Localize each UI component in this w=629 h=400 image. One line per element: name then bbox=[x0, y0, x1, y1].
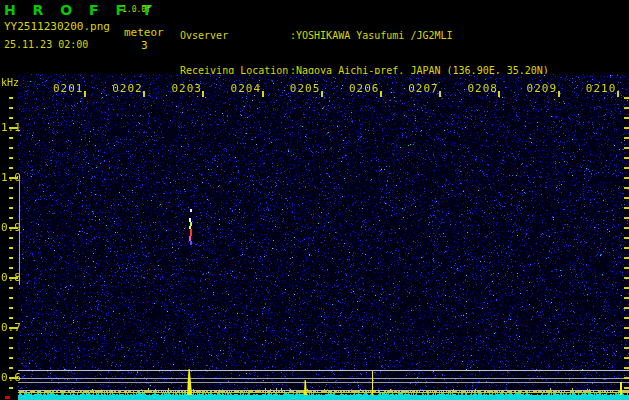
time-tick bbox=[380, 91, 382, 97]
freq-minor-tick-right bbox=[624, 97, 629, 99]
freq-minor-tick-right bbox=[624, 247, 629, 249]
freq-minor-tick bbox=[9, 207, 13, 209]
info-row-observer: Ovserver:YOSHIKAWA Yasufumi /JG2MLI bbox=[180, 30, 549, 42]
reference-line bbox=[18, 382, 629, 383]
freq-minor-tick bbox=[9, 267, 13, 269]
freq-minor-tick bbox=[9, 317, 13, 319]
freq-minor-tick-right bbox=[624, 177, 629, 179]
freq-minor-tick-right bbox=[624, 167, 629, 169]
freq-minor-tick-right bbox=[624, 287, 629, 289]
freq-minor-tick bbox=[9, 197, 13, 199]
info-value: :YOSHIKAWA Yasufumi /JG2MLI bbox=[290, 30, 453, 41]
freq-minor-tick bbox=[9, 107, 13, 109]
freq-minor-tick-right bbox=[624, 207, 629, 209]
freq-minor-tick bbox=[9, 227, 13, 229]
freq-minor-tick bbox=[9, 137, 13, 139]
time-tick bbox=[84, 91, 86, 97]
reference-line bbox=[18, 370, 629, 371]
freq-minor-tick bbox=[9, 247, 13, 249]
freq-minor-tick bbox=[9, 177, 13, 179]
freq-minor-tick bbox=[9, 297, 13, 299]
signal-spike bbox=[372, 371, 373, 395]
freq-minor-tick-right bbox=[624, 377, 629, 379]
freq-minor-tick-right bbox=[624, 307, 629, 309]
freq-minor-tick bbox=[9, 127, 13, 129]
output-filename: YY2511230200.png bbox=[4, 20, 110, 33]
echo-pixel bbox=[190, 209, 192, 212]
freq-minor-tick-right bbox=[624, 337, 629, 339]
time-tick bbox=[202, 91, 204, 97]
echo-pixel bbox=[190, 229, 192, 236]
freq-minor-tick bbox=[9, 97, 13, 99]
time-label: 0204 bbox=[231, 82, 262, 95]
freq-minor-tick-right bbox=[624, 157, 629, 159]
time-label: 0210 bbox=[586, 82, 617, 95]
freq-minor-tick bbox=[9, 117, 13, 119]
freq-minor-tick bbox=[9, 237, 13, 239]
freq-minor-tick bbox=[9, 387, 13, 389]
time-label: 0203 bbox=[171, 82, 202, 95]
freq-minor-tick-right bbox=[624, 357, 629, 359]
freq-minor-tick bbox=[9, 277, 13, 279]
spectrogram-noise bbox=[18, 74, 629, 400]
freq-minor-tick-right bbox=[624, 387, 629, 389]
freq-minor-tick-right bbox=[624, 327, 629, 329]
freq-minor-tick-right bbox=[624, 217, 629, 219]
freq-minor-tick bbox=[9, 347, 13, 349]
time-label: 0202 bbox=[112, 82, 143, 95]
freq-minor-tick bbox=[9, 157, 13, 159]
freq-minor-tick bbox=[9, 147, 13, 149]
freq-minor-tick bbox=[9, 367, 13, 369]
freq-minor-tick bbox=[9, 307, 13, 309]
freq-minor-tick bbox=[9, 357, 13, 359]
app-version: 1.0.0f bbox=[122, 5, 151, 14]
freq-minor-tick-right bbox=[624, 107, 629, 109]
time-tick bbox=[143, 91, 145, 97]
time-label: 0207 bbox=[408, 82, 439, 95]
info-label: Ovserver bbox=[180, 30, 290, 42]
time-label: 0208 bbox=[467, 82, 498, 95]
mode-label: meteor bbox=[124, 26, 164, 39]
time-tick bbox=[498, 91, 500, 97]
time-label: 0201 bbox=[53, 82, 84, 95]
freq-minor-tick bbox=[9, 187, 13, 189]
freq-minor-tick bbox=[9, 217, 13, 219]
freq-minor-tick-right bbox=[624, 267, 629, 269]
freq-minor-tick-right bbox=[624, 347, 629, 349]
freq-minor-tick bbox=[9, 327, 13, 329]
observation-datetime: 25.11.23 02:00 bbox=[4, 39, 88, 50]
freq-minor-tick-right bbox=[624, 277, 629, 279]
signal-spike bbox=[620, 382, 622, 395]
freq-minor-tick-right bbox=[624, 317, 629, 319]
reference-line bbox=[18, 390, 629, 391]
time-label: 0209 bbox=[527, 82, 558, 95]
freq-minor-tick bbox=[9, 287, 13, 289]
freq-axis-unit: kHz bbox=[1, 77, 19, 88]
freq-minor-tick bbox=[9, 167, 13, 169]
hrofft-screen: H R O F F T 1.0.0f YY2511230200.png mete… bbox=[0, 0, 629, 400]
time-tick bbox=[617, 91, 619, 97]
freq-minor-tick-right bbox=[624, 127, 629, 129]
freq-minor-tick-right bbox=[624, 197, 629, 199]
echo-pixel bbox=[190, 241, 192, 245]
time-tick bbox=[321, 91, 323, 97]
freq-minor-tick-right bbox=[624, 367, 629, 369]
freq-minor-tick-right bbox=[624, 297, 629, 299]
corner-marker bbox=[5, 396, 10, 399]
freq-minor-tick bbox=[9, 257, 13, 259]
time-tick bbox=[558, 91, 560, 97]
freq-minor-tick-right bbox=[624, 237, 629, 239]
freq-minor-tick-right bbox=[624, 257, 629, 259]
time-tick bbox=[262, 91, 264, 97]
meteor-count: 3 bbox=[141, 39, 148, 52]
freq-minor-tick bbox=[9, 337, 13, 339]
freq-minor-tick-right bbox=[624, 187, 629, 189]
freq-minor-tick bbox=[9, 377, 13, 379]
freq-minor-tick-right bbox=[624, 117, 629, 119]
reference-line bbox=[18, 378, 629, 379]
time-label: 0206 bbox=[349, 82, 380, 95]
freq-minor-tick-right bbox=[624, 137, 629, 139]
freq-minor-tick-right bbox=[624, 227, 629, 229]
freq-minor-tick-right bbox=[624, 147, 629, 149]
time-tick bbox=[439, 91, 441, 97]
